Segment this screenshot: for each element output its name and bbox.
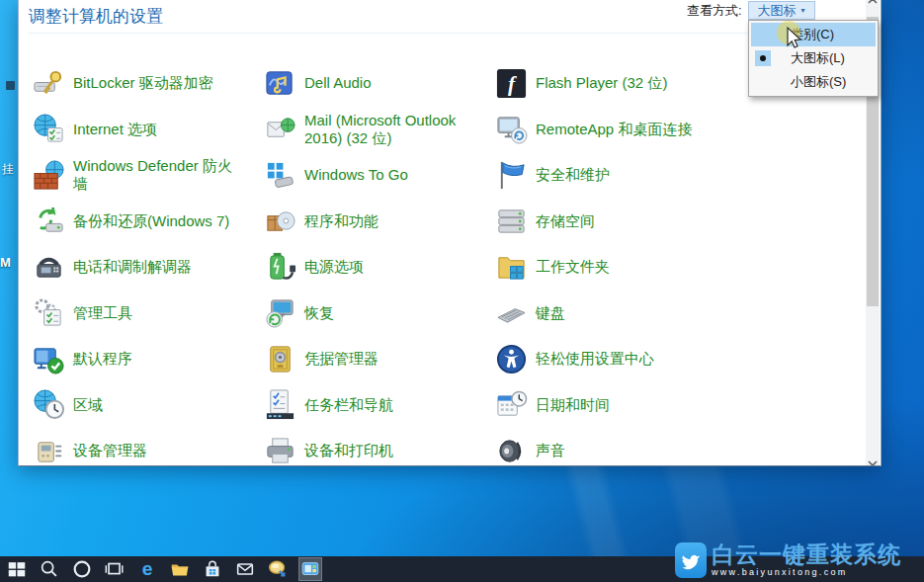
control-panel-item-taskbar-nav[interactable]: 任务栏和导航 — [264, 382, 495, 429]
control-panel-item-recovery[interactable]: 恢复 — [264, 291, 495, 337]
control-panel-item-label: Flash Player (32 位) — [536, 74, 667, 92]
scroll-up-icon[interactable] — [868, 4, 878, 12]
sound-icon — [495, 435, 528, 466]
power-options-icon — [264, 251, 296, 284]
control-panel-item-label: 轻松使用设置中心 — [536, 350, 654, 368]
control-panel-item-device-manager[interactable]: 设备管理器 — [33, 428, 264, 466]
control-panel-item-label: RemoteApp 和桌面连接 — [536, 121, 692, 138]
control-panel-item-work-folders[interactable]: 工作文件夹 — [495, 244, 726, 291]
selected-option-marker — [755, 50, 771, 66]
firewall-icon — [33, 159, 65, 192]
desktop-icon-label-fragment: 挂 — [2, 161, 18, 178]
control-panel-item-label: 凭据管理器 — [304, 350, 378, 368]
control-panel-item-region[interactable]: 区域 — [33, 382, 264, 429]
control-panel-item-label: Dell Audio — [304, 74, 372, 92]
control-panel-item-label: 管理工具 — [73, 304, 132, 322]
control-panel-item-label: 恢复 — [304, 304, 334, 322]
bitlocker-icon — [33, 67, 65, 100]
control-panel-item-label: 声音 — [536, 442, 565, 459]
view-by-menu: 类别(C) 大图标(L) 小图标(S) — [748, 20, 879, 97]
menu-item-category[interactable]: 类别(C) — [751, 23, 876, 46]
control-panel-item-phone-modem[interactable]: 电话和调制解调器 — [33, 244, 264, 291]
control-panel-item-devices-printers[interactable]: 设备和打印机 — [264, 428, 495, 466]
taskbar-cortana-icon[interactable] — [70, 557, 94, 581]
desktop: 挂 M 调整计算机的设置 查看方式: 大图标 ▾ BitLocker 驱动器加密… — [0, 0, 924, 582]
taskbar-edge-icon[interactable]: e — [135, 557, 159, 581]
control-panel-item-internet-options[interactable]: Internet 选项 — [33, 107, 264, 153]
control-panel-item-remoteapp[interactable]: RemoteApp 和桌面连接 — [495, 107, 726, 153]
control-panel-item-label: 默认程序 — [73, 350, 132, 368]
date-time-icon — [495, 388, 528, 421]
scroll-down-icon[interactable] — [868, 453, 878, 460]
control-panel-item-label: 工作文件夹 — [536, 258, 610, 276]
svg-text:e: e — [142, 558, 153, 579]
control-panel-item-security-maintenance[interactable]: 安全和维护 — [495, 152, 726, 199]
control-panel-items-grid: BitLocker 驱动器加密Dell AudiofFlash Player (… — [33, 60, 726, 466]
devices-printers-icon — [264, 435, 296, 466]
programs-features-icon — [264, 205, 296, 237]
control-panel-item-sound[interactable]: 声音 — [495, 428, 726, 466]
control-panel-item-admin-tools[interactable]: 管理工具 — [33, 291, 264, 337]
control-panel-item-label: 日期和时间 — [536, 396, 610, 414]
windows-to-go-icon — [264, 159, 296, 192]
taskbar-search-icon[interactable] — [38, 557, 61, 581]
desktop-icon-fragment — [6, 81, 15, 90]
control-panel-item-label: 设备和打印机 — [304, 442, 393, 459]
control-panel-item-keyboard[interactable]: 键盘 — [495, 291, 726, 337]
taskbar-start-icon[interactable] — [5, 557, 29, 581]
internet-options-icon — [33, 113, 65, 145]
page-title: 调整计算机的设置 — [29, 5, 163, 28]
menu-item-large-icons[interactable]: 大图标(L) — [751, 46, 876, 70]
control-panel-item-label: 程序和功能 — [304, 212, 378, 230]
admin-tools-icon — [33, 296, 65, 329]
control-panel-item-default-programs[interactable]: 默认程序 — [33, 336, 264, 382]
view-by-dropdown-button[interactable]: 大图标 ▾ — [748, 1, 815, 20]
desktop-icon-label-fragment: M — [0, 255, 16, 270]
taskbar-store-icon[interactable] — [201, 557, 224, 581]
control-panel-item-mail-outlook[interactable]: Mail (Microsoft Outlook 2016) (32 位) — [264, 107, 495, 153]
menu-item-small-icons[interactable]: 小图标(S) — [751, 70, 876, 94]
credential-manager-icon — [264, 343, 296, 375]
keyboard-icon — [495, 296, 528, 329]
header-divider — [29, 33, 864, 34]
radio-dot-icon — [760, 55, 766, 61]
taskbar-task-view-icon[interactable] — [103, 557, 126, 581]
control-panel-item-programs-features[interactable]: 程序和功能 — [264, 199, 495, 245]
security-maintenance-icon — [495, 159, 528, 192]
control-panel-item-label: 区域 — [73, 396, 103, 414]
dell-audio-icon — [264, 67, 296, 100]
control-panel-item-storage-spaces[interactable]: 存储空间 — [495, 199, 726, 245]
storage-spaces-icon — [495, 205, 528, 237]
control-panel-item-bitlocker[interactable]: BitLocker 驱动器加密 — [33, 60, 264, 107]
control-panel-item-label: 安全和维护 — [536, 166, 610, 184]
taskbar-control-panel-icon[interactable] — [298, 557, 322, 581]
phone-modem-icon — [33, 251, 65, 284]
control-panel-item-label: Internet 选项 — [73, 121, 157, 138]
control-panel-item-ease-of-access[interactable]: 轻松使用设置中心 — [495, 336, 726, 382]
taskbar-mail-icon[interactable] — [233, 557, 257, 581]
view-by-value: 大图标 — [758, 2, 797, 20]
taskbar-nav-icon — [264, 388, 296, 421]
taskbar-reinstall-tool-icon[interactable] — [266, 557, 290, 581]
control-panel-item-date-time[interactable]: 日期和时间 — [495, 382, 726, 429]
recovery-icon — [264, 296, 296, 329]
control-panel-item-label: 电源选项 — [304, 258, 364, 276]
control-panel-item-label: 电话和调制解调器 — [73, 258, 192, 276]
control-panel-item-label: Mail (Microsoft Outlook 2016) (32 位) — [304, 112, 474, 147]
control-panel-item-flash-player[interactable]: fFlash Player (32 位) — [495, 60, 726, 107]
taskbar-file-explorer-icon[interactable] — [168, 557, 192, 581]
control-panel-item-backup-restore[interactable]: 备份和还原(Windows 7) — [33, 199, 264, 245]
flash-player-icon: f — [495, 67, 528, 100]
menu-item-label: 小图标(S) — [791, 73, 846, 91]
remoteapp-icon — [495, 113, 528, 145]
control-panel-item-label: BitLocker 驱动器加密 — [73, 74, 213, 92]
control-panel-item-power-options[interactable]: 电源选项 — [264, 244, 495, 291]
control-panel-item-label: 存储空间 — [536, 212, 595, 230]
control-panel-item-firewall[interactable]: Windows Defender 防火墙 — [33, 152, 264, 199]
menu-item-label: 大图标(L) — [791, 49, 845, 67]
control-panel-item-windows-to-go[interactable]: Windows To Go — [264, 152, 495, 199]
control-panel-item-dell-audio[interactable]: Dell Audio — [264, 60, 495, 107]
work-folders-icon — [495, 251, 528, 284]
control-panel-item-label: Windows Defender 防火墙 — [73, 157, 243, 193]
control-panel-item-credential-manager[interactable]: 凭据管理器 — [264, 336, 495, 382]
